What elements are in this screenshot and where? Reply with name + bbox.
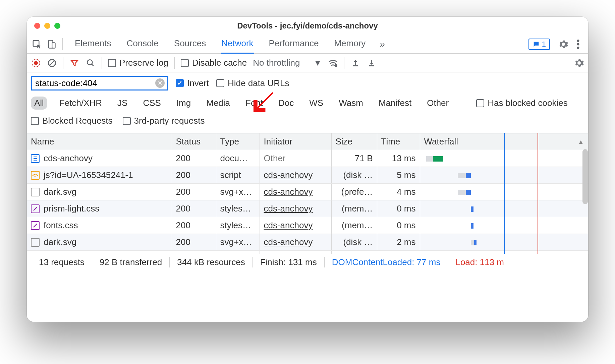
network-settings-gear-icon[interactable] (574, 58, 584, 68)
download-har-icon[interactable] (367, 58, 377, 68)
clear-filter-icon[interactable]: ✕ (155, 78, 165, 88)
network-conditions-icon[interactable] (328, 58, 338, 68)
svg-rect-11 (353, 65, 358, 66)
type-js[interactable]: JS (114, 97, 131, 110)
tab-sources[interactable]: Sources (173, 35, 207, 54)
svg-rect-12 (369, 65, 374, 66)
waterfall-bar (422, 221, 587, 231)
tab-network[interactable]: Network (221, 35, 254, 54)
col-status[interactable]: Status (172, 133, 216, 150)
preserve-log-checkbox[interactable]: Preserve log (108, 58, 168, 68)
search-icon[interactable] (86, 58, 96, 68)
panel-tabs: Elements Console Sources Network Perform… (74, 35, 366, 54)
type-all[interactable]: All (31, 97, 47, 110)
initiator-link[interactable]: cds-anchovy (264, 237, 313, 247)
file-stylesheet-icon (31, 204, 40, 213)
type-css[interactable]: CSS (139, 97, 164, 110)
status-finish: Finish: 131 ms (253, 257, 325, 267)
scrollbar-thumb[interactable] (582, 149, 588, 204)
file-stylesheet-icon (31, 221, 40, 230)
type-manifest[interactable]: Manifest (375, 97, 415, 110)
device-toolbar-icon[interactable] (44, 37, 59, 52)
type-wasm[interactable]: Wasm (335, 97, 367, 110)
cell-initiator: cds-anchovy (260, 251, 331, 254)
type-font[interactable]: Font (242, 97, 266, 110)
col-type[interactable]: Type (216, 133, 260, 150)
cell-status: 200 (172, 217, 216, 234)
table-row[interactable]: dark.svg200svg+x…cds-anchovy(disk …2 ms (27, 234, 588, 251)
table-row[interactable]: fonts.css200styles…cds-anchovy(mem…0 ms (27, 217, 588, 234)
cell-time: 5 ms (377, 167, 420, 184)
type-doc[interactable]: Doc (275, 97, 297, 110)
throttling-select[interactable]: No throttling▼ (253, 58, 322, 68)
clear-log-icon[interactable] (47, 58, 57, 68)
table-row[interactable]: <>js?id=UA-165345241-1200scriptcds-ancho… (27, 167, 588, 184)
requests-table: Name Status Type Initiator Size Time Wat… (27, 133, 588, 254)
waterfall-bar (422, 204, 587, 214)
initiator-link[interactable]: cds-anchovy (264, 170, 313, 180)
cell-size: (disk … (331, 251, 377, 254)
type-other[interactable]: Other (424, 97, 452, 110)
cell-size: 71 B (331, 150, 377, 167)
cell-size: (disk … (331, 167, 377, 184)
col-waterfall[interactable]: Waterfall▲ (420, 133, 588, 150)
table-row[interactable]: cds-anchovy200docu…Other71 B13 ms (27, 150, 588, 167)
tab-elements[interactable]: Elements (74, 35, 112, 54)
cell-size: (prefe… (331, 184, 377, 200)
third-party-checkbox[interactable]: 3rd-party requests (123, 116, 205, 126)
has-blocked-cookies-checkbox[interactable]: Has blocked cookies (476, 98, 567, 108)
tab-performance[interactable]: Performance (268, 35, 320, 54)
resource-type-filters: All Fetch/XHR JS CSS Img Media Font Doc … (31, 97, 584, 110)
type-ws[interactable]: WS (306, 97, 327, 110)
table-row[interactable]: prism-light.css200styles…cds-anchovy(mem… (27, 200, 588, 217)
messages-count: 1 (542, 40, 546, 49)
hide-data-urls-checkbox[interactable]: Hide data URLs (216, 78, 289, 88)
inspect-element-icon[interactable] (30, 37, 44, 52)
cell-status: 200 (172, 251, 216, 254)
type-fetch-xhr[interactable]: Fetch/XHR (56, 97, 105, 110)
table-row[interactable]: light.svg200svg+x…cds-anchovy(disk …2 ms (27, 251, 588, 254)
request-name: fonts.css (44, 220, 78, 231)
cell-initiator: cds-anchovy (260, 167, 331, 184)
cell-time: 2 ms (377, 251, 420, 254)
initiator-link[interactable]: cds-anchovy (264, 187, 313, 197)
cell-type: styles… (216, 200, 260, 217)
col-size[interactable]: Size (331, 133, 377, 150)
status-transferred: 92 B transferred (92, 257, 170, 267)
disable-cache-checkbox[interactable]: Disable cache (181, 58, 247, 68)
svg-point-3 (577, 40, 579, 42)
blocked-requests-checkbox[interactable]: Blocked Requests (31, 116, 113, 126)
col-name[interactable]: Name (27, 133, 172, 150)
request-name: cds-anchovy (44, 153, 93, 164)
cell-time: 13 ms (377, 150, 420, 167)
col-time[interactable]: Time (377, 133, 420, 150)
initiator-link[interactable]: cds-anchovy (264, 203, 313, 214)
cell-status: 200 (172, 167, 216, 184)
table-header-row: Name Status Type Initiator Size Time Wat… (27, 133, 588, 150)
svg-rect-2 (52, 43, 55, 48)
settings-gear-icon[interactable] (556, 37, 571, 52)
type-media[interactable]: Media (203, 97, 233, 110)
waterfall-bar (422, 170, 587, 180)
console-messages-badge[interactable]: 1 (528, 39, 550, 50)
cell-initiator: Other (260, 150, 331, 167)
initiator-link[interactable]: cds-anchovy (264, 220, 313, 230)
filter-toggle-icon[interactable] (69, 58, 79, 68)
cell-type: svg+x… (216, 184, 260, 200)
kebab-menu-icon[interactable] (571, 37, 585, 52)
upload-har-icon[interactable] (350, 58, 360, 68)
tab-console[interactable]: Console (126, 35, 159, 54)
col-initiator[interactable]: Initiator (260, 133, 331, 150)
tab-memory[interactable]: Memory (333, 35, 366, 54)
more-tabs-icon[interactable]: » (375, 37, 390, 52)
type-img[interactable]: Img (173, 97, 194, 110)
table-row[interactable]: dark.svg200svg+x…cds-anchovy(prefe…4 ms (27, 184, 588, 200)
record-button[interactable] (31, 58, 41, 68)
cell-status: 200 (172, 200, 216, 217)
invert-checkbox[interactable]: ✓Invert (176, 78, 209, 88)
file-script-icon: <> (31, 171, 40, 180)
filter-input-wrapper: ✕ (31, 76, 168, 90)
filter-input[interactable] (35, 78, 155, 88)
waterfall-bar (422, 187, 587, 197)
status-load: Load: 113 m (448, 257, 504, 267)
